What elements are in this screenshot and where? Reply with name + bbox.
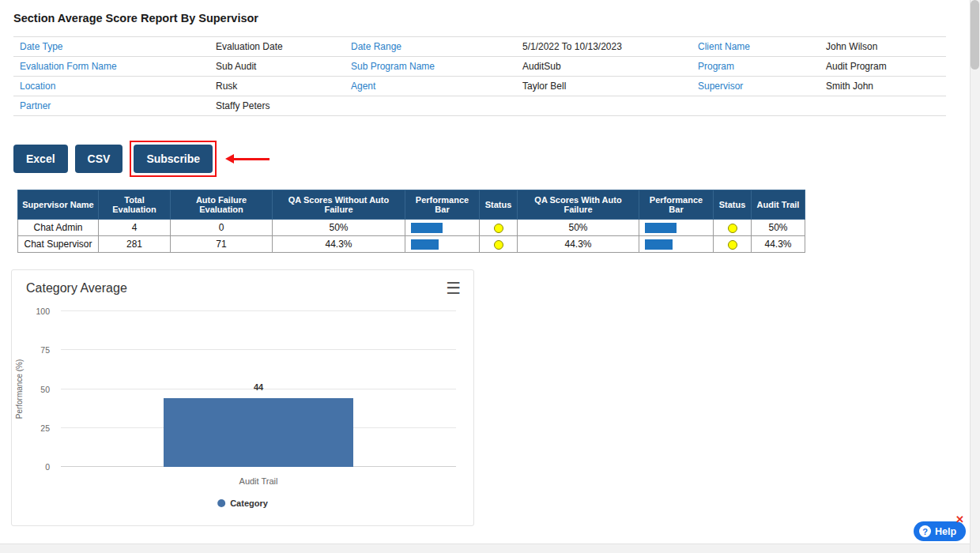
filter-label-program[interactable]: Program <box>692 57 820 77</box>
filter-value-sub-program-name: AuditSub <box>516 57 692 77</box>
cell-performance-bar-1 <box>405 236 480 253</box>
header-performance-bar-2: Performance Bar <box>639 190 714 220</box>
cell-performance-bar-2 <box>639 220 714 236</box>
chart-yaxis-labels: 0255075100 <box>12 311 56 467</box>
csv-button[interactable]: CSV <box>75 145 123 173</box>
y-tick-label: 0 <box>45 462 50 472</box>
supervisor-report-table: Supervisor Name Total Evaluation Auto Fa… <box>17 190 805 253</box>
performance-bar-track <box>411 239 473 250</box>
help-close-icon[interactable]: ✕ <box>956 514 964 525</box>
filter-label-partner[interactable]: Partner <box>13 96 209 116</box>
gridline <box>61 310 456 311</box>
y-tick-label: 50 <box>40 385 50 394</box>
legend-label: Category <box>230 498 268 508</box>
cell-total-evaluation: 4 <box>99 220 171 236</box>
performance-bar-fill <box>645 223 677 233</box>
header-qa-with-auto-failure: QA Scores With Auto Failure <box>518 190 639 220</box>
filter-value-empty <box>820 96 946 116</box>
filter-row: Location Rusk Agent Taylor Bell Supervis… <box>13 77 946 96</box>
filter-label-date-type[interactable]: Date Type <box>13 37 209 57</box>
gridline <box>61 349 456 350</box>
filter-label-location[interactable]: Location <box>13 77 209 96</box>
cell-performance-bar-2 <box>639 236 714 253</box>
arrow-line <box>234 158 270 160</box>
header-qa-without-auto-failure: QA Scores Without Auto Failure <box>273 190 405 220</box>
filter-summary-table: Date Type Evaluation Date Date Range 5/1… <box>13 36 946 116</box>
status-yellow-icon <box>728 224 737 233</box>
arrow-head-icon <box>225 154 234 164</box>
performance-bar-track <box>645 239 707 250</box>
filter-label-sub-program-name[interactable]: Sub Program Name <box>345 57 516 77</box>
header-total-evaluation: Total Evaluation <box>99 190 171 220</box>
cell-status-2 <box>714 236 752 253</box>
horizontal-scrollbar-track <box>0 544 970 553</box>
status-yellow-icon <box>494 240 503 250</box>
chart-title: Category Average <box>26 281 127 295</box>
header-status-2: Status <box>714 190 752 220</box>
question-mark-icon: ? <box>919 525 931 537</box>
annotation-arrow-icon <box>225 154 270 164</box>
page-title: Section Average Score Report By Supervis… <box>13 12 258 24</box>
y-tick-label: 100 <box>36 307 50 316</box>
filter-value-supervisor: Smith John <box>820 77 946 96</box>
filter-value-partner: Staffy Peters <box>209 96 345 116</box>
cell-qa-with-auto-failure: 50% <box>518 220 639 236</box>
cell-status-1 <box>480 236 518 253</box>
y-tick-label: 75 <box>40 345 50 355</box>
filter-label-date-range[interactable]: Date Range <box>345 37 516 57</box>
filter-value-empty <box>516 96 692 116</box>
filter-value-evaluation-form-name: Sub Audit <box>209 57 345 77</box>
cell-performance-bar-1 <box>405 220 480 236</box>
export-toolbar: Excel CSV Subscribe <box>13 141 270 177</box>
vertical-scrollbar-track <box>970 0 980 553</box>
chart-legend[interactable]: Category <box>217 498 268 508</box>
cell-status-1 <box>480 220 518 236</box>
table-row: Chat Admin 4 0 50% 50% 50% <box>18 220 805 236</box>
filter-label-agent[interactable]: Agent <box>345 77 516 96</box>
status-yellow-icon <box>728 240 737 250</box>
header-status-1: Status <box>480 190 518 220</box>
cell-supervisor-name: Chat Supervisor <box>18 236 99 253</box>
cell-audit-trail[interactable]: 44.3% <box>752 236 805 253</box>
category-average-chart-card: Category Average ☰ Performance (%) 02550… <box>11 269 474 526</box>
filter-value-date-type: Evaluation Date <box>209 37 345 57</box>
x-category-label: Audit Trail <box>239 476 278 486</box>
filter-value-client-name: John Wilson <box>820 37 946 57</box>
filter-value-location: Rusk <box>209 77 345 96</box>
cell-qa-without-auto-failure: 44.3% <box>273 236 405 253</box>
filter-label-evaluation-form-name[interactable]: Evaluation Form Name <box>13 57 209 77</box>
legend-dot-icon <box>217 499 225 507</box>
cell-auto-failure-evaluation: 71 <box>171 236 273 253</box>
chart-menu-icon[interactable]: ☰ <box>446 280 461 296</box>
performance-bar-fill <box>645 239 673 250</box>
cell-total-evaluation: 281 <box>99 236 171 253</box>
cell-supervisor-name: Chat Admin <box>18 220 99 236</box>
status-yellow-icon <box>494 224 503 233</box>
subscribe-button[interactable]: Subscribe <box>134 145 213 173</box>
header-performance-bar-1: Performance Bar <box>405 190 480 220</box>
vertical-scrollbar-thumb[interactable] <box>971 0 979 70</box>
header-audit-trail: Audit Trail <box>752 190 805 220</box>
chart-bar[interactable] <box>164 398 353 467</box>
bar-value-label: 44 <box>254 382 263 392</box>
filter-label-client-name[interactable]: Client Name <box>692 37 820 57</box>
help-label: Help <box>935 526 956 537</box>
y-tick-label: 25 <box>40 423 50 433</box>
subscribe-highlight-box: Subscribe <box>130 141 217 177</box>
performance-bar-track <box>411 223 473 233</box>
filter-row: Evaluation Form Name Sub Audit Sub Progr… <box>13 57 946 77</box>
filter-label-empty <box>345 96 516 116</box>
table-header-row: Supervisor Name Total Evaluation Auto Fa… <box>18 190 805 220</box>
cell-audit-trail[interactable]: 50% <box>752 220 805 236</box>
cell-qa-without-auto-failure: 50% <box>273 220 405 236</box>
performance-bar-track <box>645 223 707 233</box>
table-row: Chat Supervisor 281 71 44.3% 44.3% 44.3% <box>18 236 805 253</box>
cell-qa-with-auto-failure: 44.3% <box>518 236 639 253</box>
excel-button[interactable]: Excel <box>13 145 68 173</box>
filter-value-date-range: 5/1/2022 To 10/13/2023 <box>516 37 692 57</box>
filter-label-supervisor[interactable]: Supervisor <box>692 77 820 96</box>
filter-value-program: Audit Program <box>820 57 946 77</box>
cell-auto-failure-evaluation: 0 <box>171 220 273 236</box>
chart-plot-area: 44 Audit Trail <box>61 311 456 467</box>
performance-bar-fill <box>411 223 443 233</box>
